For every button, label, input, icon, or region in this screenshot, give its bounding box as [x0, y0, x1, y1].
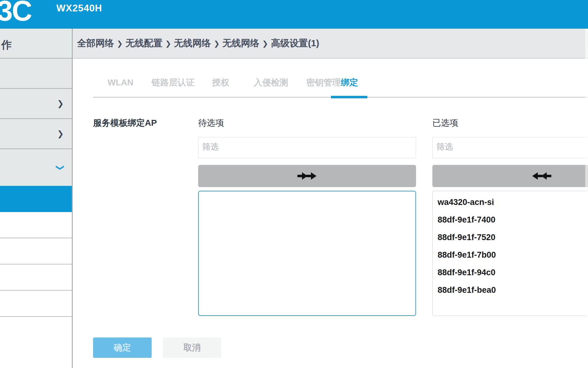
tab[interactable]: 密钥管理	[306, 77, 341, 88]
device-model-title: WX2540H	[56, 3, 102, 14]
selected-list-item[interactable]: wa4320-acn-si	[438, 194, 588, 211]
breadcrumb-separator-icon: ❯	[165, 39, 171, 48]
ok-button[interactable]: 确定	[93, 337, 152, 358]
sidebar-item[interactable]: ❯	[0, 149, 72, 186]
breadcrumb-separator-icon: ❯	[214, 39, 220, 48]
selected-list-item[interactable]: 88df-9e1f-94c0	[438, 264, 588, 281]
tab[interactable]: 授权	[212, 77, 229, 88]
selected-column: 已选项 wa4320-acn-si 88df-9e1f-7400 88df-9e…	[432, 117, 588, 345]
sidebar-item[interactable]	[0, 186, 72, 212]
sidebar-nav: 作 ❯ ❯ ❯	[0, 29, 73, 368]
selected-list-item[interactable]: 88df-9e1f-7520	[438, 229, 588, 246]
tab[interactable]: 链路层认证	[152, 77, 195, 88]
double-arrow-left-icon	[531, 171, 552, 181]
breadcrumb-item[interactable]: 全部网络 ❯	[77, 37, 125, 50]
sidebar-header: 作	[0, 29, 72, 59]
selected-list-item[interactable]: 88df-9e1f-7400	[438, 211, 588, 229]
sidebar-item[interactable]: ❯	[0, 89, 72, 119]
sidebar-item[interactable]	[0, 291, 72, 317]
double-arrow-right-icon	[297, 171, 317, 181]
sidebar-item[interactable]	[0, 59, 72, 89]
move-left-button[interactable]	[432, 165, 588, 187]
scrollbar-track[interactable]	[585, 29, 588, 368]
selected-list-item[interactable]: 88df-9e1f-bea0	[438, 281, 588, 299]
main-panel: 全部网络 ❯ 无线配置 ❯ 无线网络 ❯ 无线网络 ❯	[73, 29, 588, 368]
available-list[interactable]	[198, 191, 416, 316]
breadcrumb-item[interactable]: 无线网络 ❯	[174, 37, 223, 50]
breadcrumb-item[interactable]: 无线网络 ❯	[223, 37, 271, 50]
breadcrumb-item[interactable]: 无线配置 ❯	[125, 37, 174, 50]
app-window: 3C WX2540H 作 ❯ ❯ ❯	[0, 0, 588, 368]
breadcrumb-separator-icon: ❯	[117, 39, 123, 48]
chevron-icon: ❯	[57, 100, 64, 108]
cancel-button[interactable]: 取消	[163, 337, 221, 358]
breadcrumb: 全部网络 ❯ 无线配置 ❯ 无线网络 ❯ 无线网络 ❯	[73, 29, 588, 59]
selected-title: 已选项	[432, 117, 588, 129]
breadcrumb-item[interactable]: 高级设置(1)	[271, 37, 319, 50]
sidebar-rows: ❯ ❯ ❯	[0, 59, 72, 367]
field-label-bind-ap: 服务模板绑定AP	[93, 117, 157, 129]
available-column: 待选项	[198, 117, 416, 345]
move-right-button[interactable]	[198, 165, 416, 187]
tab[interactable]: 入侵检测	[254, 77, 288, 88]
sidebar-item[interactable]	[0, 238, 72, 264]
sidebar-item[interactable]	[0, 212, 72, 238]
selected-filter-input[interactable]	[432, 137, 588, 158]
breadcrumb-separator-icon: ❯	[262, 39, 268, 48]
available-title: 待选项	[198, 117, 416, 129]
available-filter-input[interactable]	[198, 137, 416, 158]
tab[interactable]: WLAN	[108, 77, 133, 88]
h3c-logo: 3C	[0, 0, 31, 27]
chevron-icon: ❯	[57, 130, 64, 138]
sidebar-item[interactable]: ❯	[0, 119, 72, 149]
sidebar-item[interactable]	[0, 317, 72, 367]
top-bar: 3C WX2540H	[0, 0, 588, 29]
chevron-icon: ❯	[56, 164, 64, 171]
tab-bar: WLAN 链路层认证 授权 入侵检测 密钥管理 绑定	[93, 77, 588, 98]
tab[interactable]: 绑定	[341, 77, 358, 88]
selected-list-item[interactable]: 88df-9e1f-7b00	[438, 246, 588, 264]
selected-list: wa4320-acn-si 88df-9e1f-7400 88df-9e1f-7…	[432, 191, 588, 316]
sidebar-item[interactable]	[0, 264, 72, 291]
